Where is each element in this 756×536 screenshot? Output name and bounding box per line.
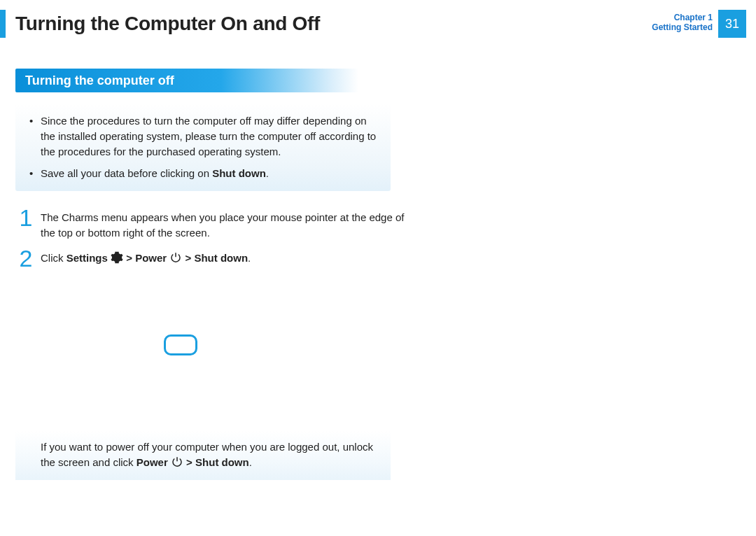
step-2-period: . [248,252,251,264]
step-1: 1 The Charms menu appears when you place… [15,210,405,241]
tip-sep: > [186,456,195,468]
step-2-click: Click [41,252,66,264]
page-number-badge: 31 [718,10,746,38]
tip-shutdown: Shut down [195,456,249,468]
tip-power: Power [136,456,168,468]
note-bullet-2-bold: Shut down [212,167,266,179]
chapter-line-1: Chapter 1 [652,13,713,22]
step-1-number: 1 [15,204,36,232]
chapter-line-2: Getting Started [652,22,713,32]
step-2-body: Click Settings > Power > Shut down. [41,251,405,266]
chapter-label: Chapter 1 Getting Started [652,13,713,32]
step-2-settings: Settings [66,252,108,264]
step-2-number: 2 [15,245,36,272]
accent-bar [0,10,6,38]
note-bullet-2-before: Save all your data before clicking on [41,167,212,179]
page-title: Turning the Computer On and Off [15,13,320,35]
step-2-sep2: > [186,252,195,264]
step-2-shutdown: Shut down [194,252,248,264]
step-2: 2 Click Settings > Power > Shut down. [15,251,405,266]
power-icon [169,251,182,264]
note-bullet-2: Save all your data before clicking on Sh… [41,166,378,181]
section-header: Turning the computer off [15,69,358,92]
power-icon [171,456,183,468]
gear-icon [111,251,123,264]
start-tile-outline-icon [164,334,197,355]
note-bullet-2-after: . [266,167,269,179]
note-bullet-1-text: Since the procedures to turn the compute… [41,115,376,157]
step-1-body: The Charms menu appears when you place y… [41,210,405,241]
step-2-power: Power [135,252,167,264]
tip-period: . [249,456,252,468]
note-block: Since the procedures to turn the compute… [15,104,391,191]
tip-block: If you want to power off your computer w… [15,431,391,480]
section-title: Turning the computer off [25,73,174,88]
step-2-sep1: > [126,252,135,264]
note-bullet-1: Since the procedures to turn the compute… [41,113,378,159]
